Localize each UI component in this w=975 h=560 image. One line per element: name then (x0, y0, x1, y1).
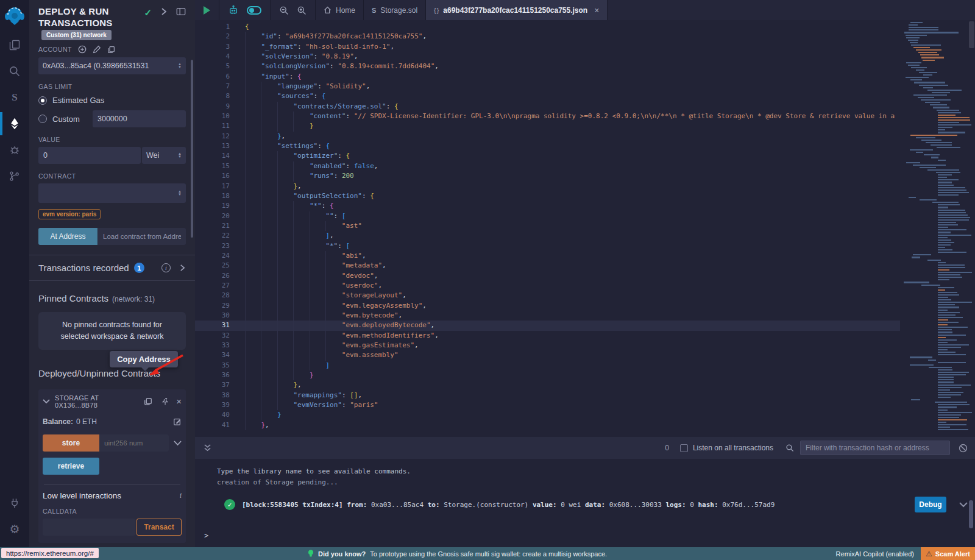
collapse-terminal-icon[interactable] (204, 444, 211, 452)
code-line[interactable]: 12}, (195, 132, 900, 141)
code-line[interactable]: 6"input": { (195, 72, 900, 82)
close-tab-icon[interactable]: × (594, 5, 599, 15)
copy-account-icon[interactable] (107, 46, 115, 54)
code-line[interactable]: 21"ast" (195, 221, 900, 231)
pin-contract-icon[interactable] (160, 397, 168, 406)
code-line[interactable]: 19"*": { (195, 201, 900, 211)
code-line[interactable]: 36} (195, 370, 900, 380)
transaction-log-text[interactable]: [block:5583405 txIndex:4] from: 0xa03...… (242, 501, 775, 509)
store-button[interactable]: store (43, 434, 99, 452)
edit-account-icon[interactable] (93, 45, 101, 54)
code-line[interactable]: 1{ (195, 22, 900, 32)
terminal-scrollbar[interactable] (969, 500, 973, 528)
copilot-status[interactable]: RemixAI Copilot (enabled) (836, 547, 914, 560)
copy-address-icon[interactable] (144, 397, 152, 406)
code-line[interactable]: 16"runs": 200 (195, 171, 900, 181)
load-address-input[interactable] (98, 228, 186, 245)
file-explorer-icon[interactable] (7, 38, 22, 52)
value-input[interactable] (38, 147, 141, 164)
code-line[interactable]: 40} (195, 410, 900, 420)
code-line[interactable]: 15"enabled": false, (195, 161, 900, 171)
zoom-in-icon[interactable] (297, 5, 307, 15)
panel-scrollbar[interactable] (191, 60, 193, 238)
transact-button[interactable]: Transact (136, 519, 182, 536)
add-account-icon[interactable] (78, 45, 87, 54)
code-line[interactable]: 33"evm.gasEstimates", (195, 341, 900, 350)
listen-all-checkbox[interactable] (680, 444, 688, 452)
code-line[interactable]: 23"*": [ (195, 241, 900, 251)
debugger-icon[interactable] (7, 143, 22, 157)
remix-logo-icon[interactable] (4, 5, 25, 26)
code-line[interactable]: 17}, (195, 182, 900, 191)
plugin-manager-icon[interactable] (7, 496, 22, 511)
zoom-out-icon[interactable] (279, 5, 289, 15)
transaction-log-row[interactable]: ✓ [block:5583405 txIndex:4] from: 0xa03.… (224, 497, 975, 512)
code-line[interactable]: 5"solcLongVersion": "0.8.19+commit.7dd6d… (195, 62, 900, 71)
radio-icon[interactable] (38, 115, 47, 123)
solidity-compiler-icon[interactable]: S (7, 90, 22, 105)
info-icon[interactable]: i (161, 263, 171, 272)
code-line[interactable]: 11} (195, 121, 900, 131)
code-line[interactable]: 32"evm.methodIdentifiers", (195, 331, 900, 341)
code-line[interactable]: 8"sources": { (195, 91, 900, 101)
code-line[interactable]: 38"remappings": [], (195, 391, 900, 400)
calldata-input[interactable] (43, 519, 135, 536)
code-line[interactable]: 18"outputSelection": { (195, 191, 900, 201)
git-icon[interactable] (7, 169, 22, 183)
code-line[interactable]: 35] (195, 361, 900, 370)
contract-select[interactable]: ▲▼ (38, 183, 186, 203)
clear-console-icon[interactable] (959, 444, 968, 453)
retrieve-button[interactable]: retrieve (43, 458, 99, 475)
remixai-robot-icon[interactable] (228, 5, 239, 16)
code-line[interactable]: 28"storageLayout", (195, 291, 900, 300)
code-line[interactable]: 13"settings": { (195, 141, 900, 151)
code-editor[interactable]: 1{2"id": "a69b43f277ba20fcac141151250ca7… (195, 20, 975, 437)
store-arg-input[interactable] (99, 434, 169, 452)
value-unit-select[interactable]: Wei ▲▼ (142, 147, 186, 164)
edit-balance-icon[interactable] (173, 417, 182, 426)
minimap[interactable] (900, 20, 975, 437)
code-line[interactable]: 29"evm.legacyAssembly", (195, 301, 900, 311)
filter-input[interactable] (800, 441, 950, 455)
chevron-right-icon[interactable] (160, 7, 168, 16)
tab-home[interactable]: Home (316, 0, 364, 20)
pin-panel-icon[interactable] (176, 7, 186, 16)
tab-build-info-json[interactable]: { } a69b43f277ba20fcac141151250ca755.jso… (426, 0, 608, 20)
code-line[interactable]: 14"optimizer": { (195, 151, 900, 161)
code-line[interactable]: 39"evmVersion": "paris" (195, 400, 900, 410)
at-address-button[interactable]: At Address (38, 228, 98, 245)
copilot-toggle[interactable] (247, 6, 261, 15)
terminal-prompt[interactable]: > (204, 531, 208, 540)
code-lines[interactable]: 1{2"id": "a69b43f277ba20fcac141151250ca7… (195, 20, 900, 437)
account-select[interactable]: 0xA03...85ac4 (0.39866531531 ▲▼ (38, 57, 186, 74)
settings-gear-icon[interactable]: ⚙ (7, 522, 22, 536)
custom-gas-radio[interactable]: Custom (38, 110, 186, 127)
code-line[interactable]: 27"userdoc", (195, 281, 900, 291)
code-line[interactable]: 30"evm.bytecode", (195, 311, 900, 321)
code-line[interactable]: 2"id": "a69b43f277ba20fcac141151250ca755… (195, 32, 900, 41)
code-line[interactable]: 25"metadata", (195, 261, 900, 271)
scam-alert-button[interactable]: ⚠ Scam Alert (921, 547, 975, 560)
radio-selected-icon[interactable] (38, 96, 47, 105)
code-line[interactable]: 37}, (195, 380, 900, 390)
collapse-chevron-icon[interactable] (43, 399, 50, 404)
code-line[interactable]: 34"evm.assembly" (195, 350, 900, 360)
code-line[interactable]: 10"content": "// SPDX-License-Identifier… (195, 112, 900, 121)
estimated-gas-radio[interactable]: Estimated Gas (38, 96, 186, 105)
code-line[interactable]: 24"abi", (195, 251, 900, 261)
code-line[interactable]: 22], (195, 231, 900, 241)
code-line[interactable]: 7"language": "Solidity", (195, 82, 900, 91)
search-icon[interactable] (7, 64, 22, 79)
deploy-run-icon[interactable] (7, 116, 22, 131)
contract-instance-name[interactable]: STORAGE AT 0X136...8B78 (55, 394, 139, 409)
editor-scrollbar[interactable] (969, 21, 974, 48)
terminal[interactable]: Type the library name to see available c… (195, 459, 975, 547)
code-line[interactable]: 20"": [ (195, 211, 900, 221)
tab-storage-sol[interactable]: S Storage.sol (364, 0, 426, 20)
code-line[interactable]: 4"solcVersion": "0.8.19", (195, 52, 900, 62)
expand-transactions-icon[interactable] (179, 264, 186, 272)
close-contract-icon[interactable]: × (176, 399, 182, 405)
code-line[interactable]: 31"evm.deployedBytecode", (195, 321, 900, 330)
expand-fn-chevron-icon[interactable] (174, 441, 182, 446)
debug-button[interactable]: Debug (915, 497, 946, 512)
